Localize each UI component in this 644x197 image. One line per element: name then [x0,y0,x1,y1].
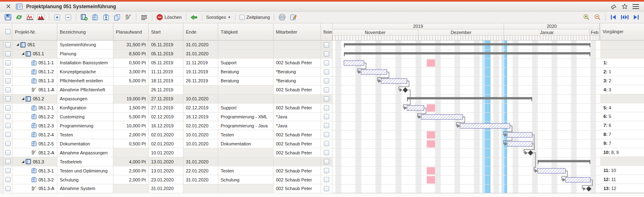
cell-predecessors[interactable]: 11: 10 [600,166,644,175]
cell-number[interactable]: 051.3-2 [12,175,57,184]
cell-number[interactable]: ◢051.2 [12,95,57,104]
row-select-checkbox[interactable] [5,42,11,48]
cell-effort[interactable]: 2,000 Pt [113,130,149,139]
row-select-checkbox[interactable] [5,51,11,57]
cell-predecessors[interactable]: 12: 11 [600,175,644,184]
tree-expand-toggle[interactable]: ◢ [22,160,24,163]
cell-start[interactable]: 02.01.2020 [149,139,183,148]
fixed-checkbox[interactable] [324,114,329,119]
cell-number[interactable]: ◢051.1 [12,50,57,59]
close-button[interactable] [4,2,12,11]
cell-name[interactable]: Abnahme Pflichtenheft [57,86,113,95]
cell-fixed[interactable] [321,184,332,193]
add-project-button[interactable] [79,13,89,22]
gantt-task-bar[interactable] [407,106,424,111]
cell-effort[interactable]: 8,500 Pt [113,50,149,59]
cell-check[interactable] [4,130,12,139]
row-select-checkbox[interactable] [5,141,11,146]
format-button[interactable] [288,13,298,22]
cell-worker[interactable]: 002 Schaub Peter [273,86,321,95]
fixed-checkbox[interactable] [324,96,329,102]
cell-effort[interactable]: 0,500 Pt [113,139,149,148]
cell-fixed[interactable] [321,139,332,148]
cell-predecessors[interactable]: 13: 12 [600,184,644,193]
cell-check[interactable] [4,77,12,86]
person-button[interactable] [101,13,111,22]
cell-number[interactable]: 051.2-5 [12,139,57,148]
cell-effort[interactable]: 4,000 Pt [113,157,149,166]
row-select-checkbox[interactable] [5,105,11,111]
cell-effort[interactable]: 0,500 Pt [113,59,149,68]
cell-name[interactable]: Schulung [57,175,113,184]
cell-number[interactable]: 051.2-3 [12,121,57,130]
cell-number[interactable]: 051.1-3 [12,77,57,86]
chart-area-button[interactable] [36,13,46,22]
print-button[interactable] [277,13,287,22]
cell-start[interactable]: 02.12.2019 [149,113,183,122]
cell-fixed[interactable] [321,68,332,77]
cell-name[interactable]: Abnahme Anpassungen [57,148,113,157]
cell-activity[interactable] [218,95,273,104]
gantt-task-bar[interactable] [361,70,387,75]
gantt-task-bar[interactable] [538,168,565,173]
milestone-button[interactable] [123,13,133,22]
cell-start[interactable]: 27.11.2019 [149,95,183,104]
cell-end[interactable] [183,184,218,193]
cell-start[interactable]: 10.01.2020 [149,148,183,157]
back-button[interactable] [189,13,199,22]
nav-last-button[interactable] [631,13,641,22]
cell-end[interactable]: 31.01.2020 [183,175,218,184]
cell-check[interactable] [4,95,12,104]
cell-check[interactable] [4,175,12,184]
cell-name[interactable]: Planung [57,50,113,59]
row-select-checkbox[interactable] [5,177,11,182]
fixed-checkbox[interactable] [324,87,329,93]
cell-name[interactable]: Programmierung [57,121,113,130]
tree-expand-toggle[interactable]: ◢ [22,97,24,100]
cell-check[interactable] [4,68,12,77]
row-select-checkbox[interactable] [5,96,11,102]
cell-fixed[interactable] [321,157,332,166]
cell-check[interactable] [4,184,12,193]
cell-worker[interactable] [273,41,321,50]
cell-fixed[interactable] [321,113,332,122]
cell-activity[interactable] [218,157,273,166]
fixed-checkbox[interactable] [324,141,329,146]
column-header-name[interactable]: Bezeichnung [57,23,113,41]
cell-predecessors[interactable]: 9: 7 [600,139,644,148]
cell-check[interactable] [4,59,12,68]
cell-check[interactable] [4,113,12,122]
cell-fixed[interactable] [321,41,332,50]
fixed-checkbox[interactable] [324,150,329,155]
cell-end[interactable]: 10.01.2020 [183,95,218,104]
cell-worker[interactable] [273,50,321,59]
cell-fixed[interactable] [321,175,332,184]
cell-worker[interactable] [273,95,321,104]
cell-start[interactable]: 05.11.2019 [149,41,183,50]
cell-check[interactable] [4,50,12,59]
fixed-checkbox[interactable] [324,105,329,111]
fixed-checkbox[interactable] [324,42,329,48]
gantt-task-bar[interactable] [421,114,463,119]
column-header-predecessors[interactable]: Vorgänger [600,23,644,41]
cell-start[interactable]: 05.11.2019 [149,50,183,59]
fixed-checkbox[interactable] [324,159,329,164]
cell-worker[interactable]: 002 Schaub Peter [273,166,321,175]
cell-number[interactable]: 051.1-2 [12,68,57,77]
cell-activity[interactable]: Programmierung - XML [218,113,273,122]
cell-predecessors[interactable]: 3: 2 [600,76,644,85]
cell-number[interactable]: 051.3-1 [12,166,57,175]
cell-name[interactable]: Dokumentation [57,139,113,148]
cell-end[interactable]: 10.01.2020 [183,139,218,148]
fixed-checkbox[interactable] [324,60,329,66]
cell-end[interactable]: 26.11.2019 [183,77,218,86]
cell-fixed[interactable] [321,104,332,113]
cell-end[interactable]: 31.01.2020 [183,50,218,59]
collapse-all-button[interactable] [63,13,73,22]
cell-name[interactable]: Anpassungen [57,95,113,104]
cell-predecessors[interactable]: 6: 5 [600,112,644,121]
cell-activity[interactable]: Testen [218,130,273,139]
cell-predecessors[interactable] [600,41,644,50]
favorite-button[interactable] [621,2,629,11]
cell-worker[interactable]: 002 Schaub Peter [273,139,321,148]
